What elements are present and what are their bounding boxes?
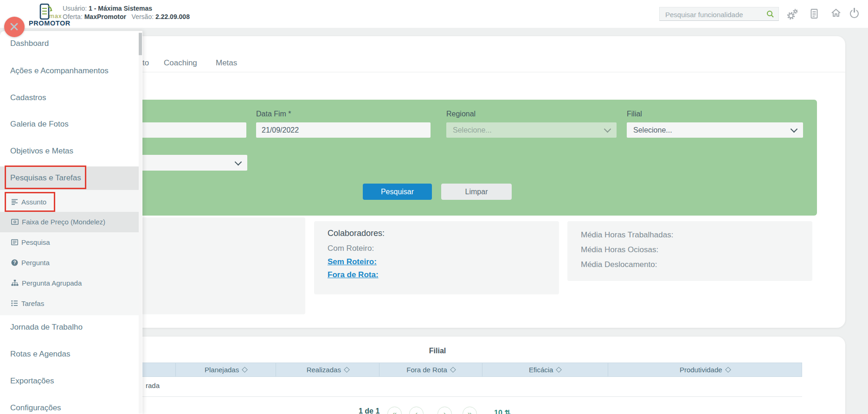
sidebar-item-rotas-e-agendas[interactable]: Rotas e Agendas (10, 349, 70, 360)
maxpromotor-app: max PROMOTOR Usuário: 1 - Máxima Sistema… (0, 0, 868, 414)
svg-text:?: ? (13, 260, 16, 265)
regional-select[interactable]: Selecione... (446, 122, 617, 138)
list-ol-icon (11, 300, 18, 306)
tab-partial[interactable]: to (142, 58, 149, 68)
sort-icon (344, 367, 350, 373)
sidebar-scrollbar-thumb[interactable] (139, 33, 142, 55)
table-title: Filial (429, 347, 446, 355)
logo-promotor-text: PROMOTOR (29, 19, 71, 27)
sidebar-item-pesquisa[interactable]: Pesquisa (11, 237, 50, 247)
column-header-fora-de-rota[interactable]: Fora de Rota (379, 363, 482, 376)
search-button[interactable]: Pesquisar (363, 184, 432, 200)
document-icon[interactable] (809, 8, 821, 20)
sidebar-item-objetivos-e-metas[interactable]: Objetivos e Metas (10, 146, 73, 157)
pagination-info: 1 de 1 (359, 407, 379, 414)
sidebar-scrollbar[interactable] (139, 32, 142, 414)
sidebar-item-cadastros[interactable]: Cadastros (10, 92, 46, 103)
column-header-realizadas[interactable]: Realizadas (276, 363, 379, 376)
sidebar-item-assunto[interactable]: Assunto (11, 197, 46, 207)
list-card-icon (11, 239, 18, 245)
sitemap-icon (11, 280, 19, 286)
power-icon[interactable] (850, 9, 862, 21)
close-menu-button[interactable] (4, 17, 25, 37)
search-icon[interactable] (766, 10, 775, 20)
sidebar-item-jornada-de-trabalho[interactable]: Jornada de Trabalho (10, 322, 83, 333)
filial-select[interactable]: Selecione... (627, 122, 803, 138)
sort-icon (556, 367, 562, 373)
tab-coaching[interactable]: Coaching (164, 58, 197, 68)
sidebar-item-tarefas[interactable]: Tarefas (11, 298, 44, 308)
functionality-search (659, 7, 779, 21)
chevron-down-icon (235, 158, 242, 166)
clear-button[interactable]: Limpar (441, 184, 512, 200)
collaborators-title: Colaboradores: (328, 229, 385, 238)
main-menu: Dashboard Ações e Acompanhamentos Cadast… (0, 31, 142, 414)
sem-roteiro-link[interactable]: Sem Roteiro: (328, 257, 377, 267)
filter-panel: Data Fim * Regional Selecione... Filial … (42, 100, 817, 216)
averages-card: Média Horas Trabalhadas: Média Horas Oci… (567, 221, 812, 281)
filial-table-panel: Filial Planejadas Realizadas Fora de Rot… (23, 337, 845, 414)
sidebar-item-galeria-de-fotos[interactable]: Galeria de Fotos (10, 119, 69, 130)
sidebar-item-dashboard[interactable]: Dashboard (10, 38, 49, 49)
sort-icon (450, 367, 456, 373)
sidebar-item-acoes-acompanhamentos[interactable]: Ações e Acompanhamentos (10, 65, 109, 76)
chevron-down-icon (791, 126, 798, 133)
money-bill-icon (11, 219, 19, 225)
question-circle-icon: ? (11, 259, 18, 266)
dashboard-panel: to Coaching Metas Data Fim * Regional Se… (23, 36, 845, 328)
collaborators-card: Colaboradores: Com Roteiro: Sem Roteiro:… (314, 221, 559, 294)
offer-version-line: Oferta: MaxPromotor Versão: 2.22.09.008 (63, 13, 190, 20)
sidebar-item-pergunta[interactable]: ? Pergunta (11, 257, 50, 268)
sort-icon (242, 367, 248, 373)
fora-de-rota-link[interactable]: Fora de Rota: (328, 270, 379, 280)
media-deslocamento: Média Deslocamento: (581, 260, 657, 269)
com-roteiro-label: Com Roteiro: (328, 244, 374, 253)
sidebar-item-configuracoes[interactable]: Configurações (10, 402, 61, 414)
media-horas-trabalhadas: Média Horas Trabalhadas: (581, 230, 673, 240)
column-header-produtividade[interactable]: Produtividade (608, 363, 802, 376)
user-info-line: Usuário: 1 - Máxima Sistemas (63, 5, 152, 12)
home-icon[interactable] (830, 7, 842, 19)
sidebar-item-faixa-de-preco[interactable]: Faixa de Preço (Mondelez) (11, 217, 105, 227)
pagination-last-button[interactable]: » (463, 407, 477, 414)
chevron-down-icon (604, 126, 611, 133)
filial-label: Filial (627, 110, 642, 118)
page-size-select[interactable]: 10 ⇅ (494, 408, 511, 414)
pagination-prev-button[interactable]: ‹ (409, 407, 424, 414)
table-row: rada (73, 377, 802, 397)
top-header: max PROMOTOR Usuário: 1 - Máxima Sistema… (0, 0, 868, 28)
sidebar-item-pergunta-agrupada[interactable]: Pergunta Agrupada (11, 278, 82, 288)
logo-max-text: max (49, 13, 62, 19)
data-fim-input[interactable] (256, 122, 431, 138)
column-header-planejadas[interactable]: Planejadas (175, 363, 276, 376)
pagination-first-button[interactable]: « (387, 407, 402, 414)
tab-metas[interactable]: Metas (216, 58, 237, 68)
media-horas-ociosas: Média Horas Ociosas: (581, 245, 658, 255)
data-fim-label: Data Fim * (256, 110, 291, 118)
sidebar-item-exportacoes[interactable]: Exportações (10, 376, 54, 387)
regional-label: Regional (446, 110, 476, 118)
column-header-eficacia[interactable]: Eficácia (482, 363, 608, 376)
table-header-row: Planejadas Realizadas Fora de Rota Eficá… (73, 363, 802, 377)
submenu-background (0, 190, 139, 315)
empty-row-partial-text: rada (146, 382, 160, 389)
align-left-icon (11, 198, 18, 205)
sort-icon (725, 367, 731, 373)
sidebar-item-pesquisas-e-tarefas[interactable]: Pesquisas e Tarefas (10, 172, 81, 184)
gears-icon[interactable] (786, 8, 798, 20)
pagination-next-button[interactable]: › (437, 407, 452, 414)
search-input[interactable] (664, 9, 759, 20)
tabs-divider (23, 72, 845, 72)
